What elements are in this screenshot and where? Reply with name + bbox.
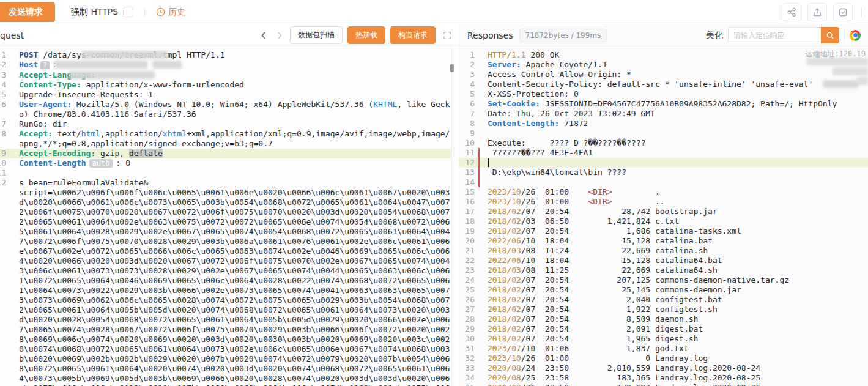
hot-load-button[interactable]: 热加载	[347, 26, 385, 44]
line-number: 9	[0, 149, 6, 158]
code-line: 272018/02/07 20:54 1,922 configtest.sh	[459, 305, 868, 314]
code-line: 5X-XSS-Protection: 0	[459, 89, 868, 99]
line-number: 28	[459, 314, 475, 324]
line-number: 4	[0, 80, 6, 90]
chrome-icon	[850, 30, 861, 41]
line-text: 2022/06/10 18:04 15,128 catalina.bat	[488, 236, 868, 246]
line-number: 30	[459, 334, 475, 344]
line-text: Content-Lengthauto: 0	[19, 158, 451, 168]
history-prev-button[interactable]	[258, 30, 269, 41]
line-text: User-Agent: Mozilla/5.0 (Windows NT 10.0…	[19, 100, 451, 119]
code-line: 242018/02/07 20:54 207,125 commons-daemo…	[459, 275, 868, 285]
line-text: 2018/02/07 20:54 28,742 bootstrap.jar	[488, 207, 868, 217]
packet-scan-button[interactable]: 数据包扫描	[290, 26, 343, 44]
search-button[interactable]	[821, 27, 839, 43]
toolbar-divider-right	[861, 7, 862, 17]
fullscreen-button[interactable]	[443, 31, 451, 40]
export-button[interactable]	[807, 3, 827, 21]
line-text: Content-Security-Policy: default-src * '…	[488, 80, 868, 89]
share-icon	[787, 7, 796, 17]
response-panel-header: Responses 71872bytes / 199ms 美化	[459, 24, 868, 46]
line-number: 2	[0, 60, 6, 70]
response-size-time-badge: 71872bytes / 199ms	[519, 29, 607, 42]
line-text: 2018/02/07 20:54 1,922 configtest.sh	[488, 305, 868, 314]
line-number: 20	[459, 236, 475, 246]
line-text: 2018/02/07 20:54 1,965 digest.sh	[488, 334, 868, 344]
line-text: Content-Length: 71872	[488, 119, 868, 128]
code-line: 2Host?:	[0, 60, 451, 70]
request-editor[interactable]: 1POST /data/sys-common/treexml.tmpl HTTP…	[0, 47, 451, 386]
code-line: 332020/08/24 23:50 2,810,559 Landray.log…	[459, 363, 868, 373]
line-text: 2018/02/07 20:54 1,686 catalina-tasks.xm…	[488, 226, 868, 236]
line-number: 25	[459, 285, 475, 295]
line-text: 2018/02/07 20:54 8,509 daemon.sh	[488, 314, 868, 324]
line-text: 2020/08/26 23:58 178,693 Landray.log.202…	[488, 383, 868, 386]
response-editor[interactable]: 远端地址:120.19 1HTTP/1.1 200 OK2Server: Apa…	[459, 47, 868, 386]
clock-icon	[156, 7, 165, 17]
line-number: 11	[459, 148, 475, 158]
redaction-blur	[823, 80, 858, 88]
line-text: POST /data/sys-common/treexml.tmpl HTTP/…	[19, 50, 451, 60]
check-square-icon	[838, 7, 848, 17]
send-request-button[interactable]: 发送请求	[0, 2, 55, 22]
line-number: 8	[0, 129, 6, 149]
line-text	[488, 158, 868, 168]
code-line: 3Accept-Language:	[0, 70, 451, 80]
code-line: 322023/10/26 01:00 0 Landray.log	[459, 354, 868, 363]
request-scrollbar-thumb[interactable]	[450, 64, 454, 72]
line-text	[19, 168, 451, 178]
response-panel: Responses 71872bytes / 199ms 美化	[459, 24, 868, 386]
line-text: 2018/02/07 20:54 2,091 digest.bat	[488, 324, 868, 334]
share-button[interactable]	[782, 3, 801, 21]
code-line: 8Accept: text/html,application/xhtml+xml…	[0, 129, 451, 149]
line-text: Content-Type: application/x-www-form-url…	[19, 80, 451, 90]
code-line: 172018/02/07 20:54 28,742 bootstrap.jar	[459, 207, 868, 217]
line-number: 11	[0, 168, 6, 178]
redaction-blur	[82, 51, 168, 59]
line-text: 2018/02/07 20:54 25,145 commons-daemon.j…	[488, 285, 868, 295]
line-number: 18	[459, 217, 475, 226]
line-text: 2018/02/07 20:54 2,040 configtest.bat	[488, 295, 868, 305]
code-line: 14	[459, 177, 868, 187]
code-line: 302018/02/07 20:54 1,965 digest.sh	[459, 334, 868, 344]
line-number: 1	[0, 50, 6, 60]
line-text: Set-Cookie: JSESSIONID=DF04567C47756A10B…	[488, 99, 868, 109]
open-in-browser-button[interactable]	[850, 30, 861, 41]
force-https-checkbox[interactable]	[123, 7, 133, 17]
line-text: 2023/10/26 01:00 <DIR> ..	[488, 197, 868, 207]
line-text: Date: Thu, 26 Oct 2023 13:02:49 GMT	[488, 109, 868, 119]
request-panel-header: quest 数据包扫描 热加载 构造请求	[0, 24, 459, 46]
history-label: 历史	[168, 7, 185, 18]
line-number: 7	[459, 109, 475, 119]
beautify-button[interactable]: 美化	[706, 30, 723, 41]
code-line: 8Content-Length: 71872	[459, 119, 868, 128]
code-line: 222022/06/10 18:04 15,128 catalina64.bat	[459, 256, 868, 265]
code-line: 10Content-Lengthauto: 0	[0, 158, 451, 168]
main-area: quest 数据包扫描 热加载 构造请求 1POST /data/sys-com…	[0, 24, 868, 386]
construct-request-button[interactable]: 构造请求	[390, 26, 436, 44]
line-number: 12	[459, 158, 475, 168]
line-number: 26	[459, 295, 475, 305]
code-line: 292018/02/07 20:54 2,091 digest.bat	[459, 324, 868, 334]
code-line: 262018/02/07 20:54 2,040 configtest.bat	[459, 295, 868, 305]
code-line: 152023/10/26 01:00 <DIR> .	[459, 187, 868, 197]
search-input[interactable]	[728, 27, 821, 43]
line-text: ??????��??? 4E3E-4FA1	[488, 148, 868, 158]
line-number: 10	[0, 158, 6, 168]
line-number: 27	[459, 305, 475, 314]
line-text: Accept: text/html,application/xhtml+xml,…	[19, 129, 451, 149]
code-line: 6User-Agent: Mozilla/5.0 (Windows NT 10.…	[0, 100, 451, 119]
history-button[interactable]: 历史	[156, 7, 185, 18]
line-number: 7	[0, 119, 6, 129]
line-text: Accept-Encoding: gzip, deflate	[19, 149, 451, 158]
line-text: 2018/03/08 11:24 22,669 catalina.sh	[488, 246, 868, 256]
line-number: 19	[459, 226, 475, 236]
select-check-button[interactable]	[833, 3, 853, 21]
code-line: 10Execute: ???? D ?��????��????	[459, 138, 868, 148]
history-next-button[interactable]	[274, 30, 285, 41]
code-line: 7RunGo: dir	[0, 119, 451, 129]
line-text: Host?:	[19, 60, 451, 70]
line-number: 21	[459, 246, 475, 256]
code-line: 1POST /data/sys-common/treexml.tmpl HTTP…	[0, 50, 451, 60]
code-line: 7Date: Thu, 26 Oct 2023 13:02:49 GMT	[459, 109, 868, 119]
